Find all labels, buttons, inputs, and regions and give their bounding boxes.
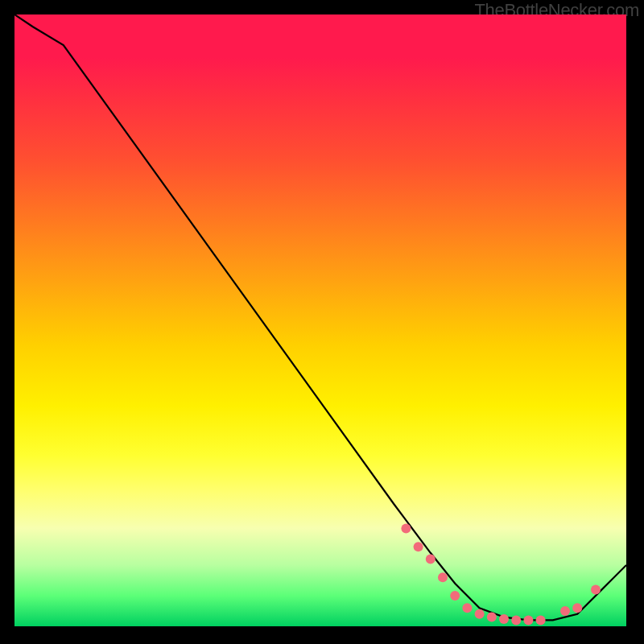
bottleneck-curve — [14, 14, 626, 620]
marker-group — [401, 523, 601, 625]
marker-dot — [499, 614, 509, 624]
marker-dot — [414, 542, 423, 551]
marker-dot — [511, 615, 521, 625]
marker-dot — [426, 554, 436, 564]
marker-dot — [572, 603, 582, 613]
marker-dot — [450, 591, 460, 601]
marker-dot — [475, 609, 485, 619]
plot-area — [14, 14, 626, 626]
marker-dot — [560, 606, 570, 616]
chart-stage: TheBottleNecker.com — [0, 0, 644, 644]
marker-dot — [591, 584, 601, 594]
marker-dot — [536, 615, 546, 625]
marker-dot — [462, 603, 472, 613]
marker-dot — [438, 572, 448, 582]
marker-dot — [523, 615, 533, 625]
marker-dot — [487, 613, 497, 622]
marker-dot — [401, 523, 411, 533]
curve-overlay — [14, 14, 626, 626]
